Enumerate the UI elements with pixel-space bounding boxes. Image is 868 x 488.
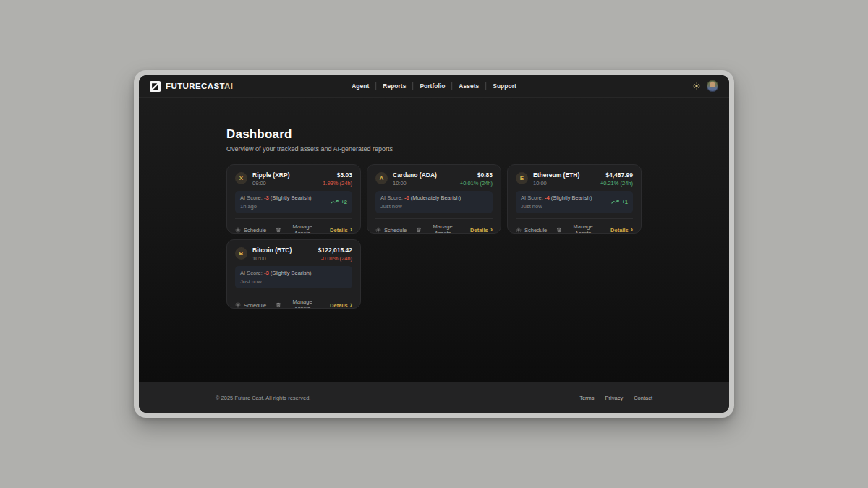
nav-item-agent[interactable]: Agent	[352, 82, 369, 90]
manage-assets-button[interactable]: Manage Assets	[416, 223, 461, 234]
app-footer: © 2025 Future Cast. All rights reserved.…	[139, 382, 729, 413]
ai-sentiment: (Slightly Bearish)	[271, 194, 312, 201]
ai-updated-time: 1h ago	[240, 203, 311, 210]
schedule-label: Schedule	[524, 227, 547, 234]
manage-assets-button[interactable]: Manage Assets	[556, 223, 601, 234]
ai-score-value: -4	[545, 194, 550, 201]
ai-score-panel: AI Score: -3 (Slightly Bearish) Just now	[235, 266, 352, 288]
user-avatar[interactable]	[707, 80, 718, 92]
footer-link-contact[interactable]: Contact	[634, 395, 652, 401]
nav-item-support[interactable]: Support	[493, 82, 516, 90]
asset-name: Ethereum (ETH)	[533, 171, 579, 179]
main-content: Dashboard Overview of your tracked asset…	[139, 98, 729, 382]
ai-score-label: AI Score:	[521, 194, 543, 201]
chevron-right-icon: ›	[350, 226, 352, 234]
nav-divider	[375, 82, 376, 90]
theme-toggle-sun-icon[interactable]	[693, 82, 700, 90]
ai-score-panel: AI Score: -4 (Slightly Bearish) Just now…	[516, 191, 633, 213]
trending-up-icon	[331, 200, 339, 205]
brand-accent: AI	[224, 82, 233, 90]
asset-card-xrp: X Ripple (XRP) 09:00 $3.03 -1.93% (24h)	[226, 164, 361, 234]
asset-change: +0.21% (24h)	[600, 180, 633, 187]
asset-time: 10:00	[533, 180, 579, 187]
manage-assets-button[interactable]: Manage Assets	[276, 223, 320, 234]
card-divider	[235, 294, 352, 294]
header-actions	[693, 80, 718, 92]
manage-assets-button[interactable]: Manage Assets	[276, 299, 320, 309]
details-label: Details	[470, 227, 488, 234]
nav-divider	[451, 82, 452, 90]
details-button[interactable]: Details ›	[470, 227, 493, 234]
trash-icon	[556, 227, 562, 233]
app-screen: FUTURECASTAI Agent Reports Portfolio Ass…	[139, 75, 729, 413]
brand[interactable]: FUTURECASTAI	[150, 81, 233, 92]
footer-links: Terms Privacy Contact	[579, 395, 652, 401]
ai-updated-time: Just now	[380, 203, 461, 210]
details-button[interactable]: Details ›	[330, 227, 352, 234]
asset-symbol-badge: E	[516, 172, 528, 184]
ai-score-label: AI Score:	[240, 270, 263, 276]
chevron-right-icon: ›	[490, 226, 493, 234]
ai-updated-time: Just now	[521, 203, 592, 210]
asset-card-btc: B Bitcoin (BTC) 10:00 $122,015.42 -0.01%…	[226, 239, 361, 309]
asset-card-ada: A Cardano (ADA) 10:00 $0.83 +0.01% (24h)	[367, 164, 501, 234]
footer-link-privacy[interactable]: Privacy	[605, 395, 624, 401]
brand-name: FUTURECASTAI	[166, 82, 233, 90]
manage-assets-label: Manage Assets	[284, 299, 320, 309]
card-header: E Ethereum (ETH) 10:00 $4,487.99 +0.21% …	[516, 171, 633, 187]
manage-assets-label: Manage Assets	[425, 223, 461, 234]
details-button[interactable]: Details ›	[330, 302, 352, 309]
card-actions: Schedule Manage Assets Details ›	[235, 299, 352, 309]
nav-item-reports[interactable]: Reports	[383, 82, 406, 90]
ai-score-value: -3	[264, 194, 269, 201]
ai-updated-time: Just now	[240, 278, 311, 285]
gear-icon	[235, 302, 241, 308]
card-header: X Ripple (XRP) 09:00 $3.03 -1.93% (24h)	[235, 171, 352, 187]
ai-score-panel: AI Score: -3 (Slightly Bearish) 1h ago +…	[235, 191, 352, 213]
details-label: Details	[330, 302, 348, 309]
asset-name: Cardano (ADA)	[393, 171, 437, 179]
schedule-button[interactable]: Schedule	[375, 227, 407, 234]
ai-score-label: AI Score:	[380, 194, 403, 201]
asset-change: -0.01% (24h)	[318, 255, 352, 262]
main-nav: Agent Reports Portfolio Assets Support	[352, 82, 516, 90]
schedule-button[interactable]: Schedule	[235, 227, 266, 234]
card-divider	[375, 218, 493, 219]
nav-divider	[485, 82, 486, 90]
schedule-button[interactable]: Schedule	[235, 302, 266, 309]
asset-time: 09:00	[252, 180, 289, 187]
card-actions: Schedule Manage Assets Details ›	[516, 223, 633, 234]
asset-time: 10:00	[393, 180, 437, 187]
asset-price: $0.83	[460, 171, 493, 179]
ai-score-value: -3	[264, 270, 269, 276]
gear-icon	[375, 227, 381, 233]
nav-item-portfolio[interactable]: Portfolio	[420, 82, 445, 90]
asset-cards-grid: X Ripple (XRP) 09:00 $3.03 -1.93% (24h)	[226, 164, 647, 309]
schedule-button[interactable]: Schedule	[516, 227, 547, 234]
asset-name: Ripple (XRP)	[252, 171, 289, 179]
asset-price: $3.03	[321, 171, 352, 179]
ai-sentiment: (Slightly Bearish)	[271, 270, 312, 276]
page-subtitle: Overview of your tracked assets and AI-g…	[226, 145, 642, 153]
footer-link-terms[interactable]: Terms	[579, 395, 594, 401]
schedule-label: Schedule	[244, 227, 266, 234]
copyright-text: © 2025 Future Cast. All rights reserved.	[216, 395, 310, 401]
brand-main: FUTURECAST	[166, 82, 224, 90]
trash-icon	[416, 227, 422, 233]
card-divider	[516, 218, 633, 219]
futurecast-logo-icon	[150, 81, 161, 92]
asset-symbol-badge: B	[235, 247, 247, 260]
trash-icon	[276, 302, 281, 308]
chevron-right-icon: ›	[631, 226, 633, 234]
manage-assets-label: Manage Assets	[284, 223, 320, 234]
app-window: FUTURECASTAI Agent Reports Portfolio Ass…	[134, 70, 734, 418]
app-header: FUTURECASTAI Agent Reports Portfolio Ass…	[139, 75, 729, 98]
trend-indicator: +1	[611, 199, 628, 205]
card-actions: Schedule Manage Assets Details ›	[375, 223, 493, 234]
details-button[interactable]: Details ›	[610, 227, 633, 234]
gear-icon	[235, 227, 241, 233]
chevron-right-icon: ›	[350, 301, 352, 309]
card-header: A Cardano (ADA) 10:00 $0.83 +0.01% (24h)	[375, 171, 493, 187]
asset-change: +0.01% (24h)	[460, 180, 493, 187]
nav-item-assets[interactable]: Assets	[459, 82, 479, 90]
